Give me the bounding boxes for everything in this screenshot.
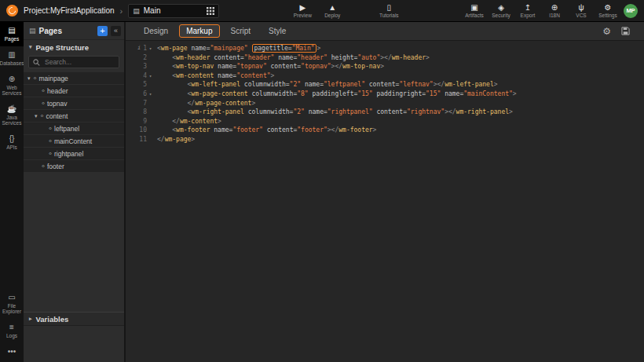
i18n-button[interactable]: ⊕I18N [544,3,565,18]
tab-style[interactable]: Style [262,24,293,38]
code-line-4[interactable]: 4▾ <wm-content name="content"> [126,71,644,81]
widget-icon: ‹› [34,75,36,82]
settings-button[interactable]: ⚙Settings [598,3,618,18]
page-selector[interactable]: ▤ Main [128,4,219,18]
fold-icon[interactable]: ▾ [147,44,154,53]
artifacts-button[interactable]: ▣Artifacts [464,3,485,18]
code-line-2[interactable]: 2 <wm-header content="header" name="head… [126,53,644,63]
tree-node-leftpanel[interactable]: ‹›leftpanel [24,122,124,134]
code-text: </wm-content> [154,117,221,126]
tree-node-label: topnav [47,100,68,108]
line-number: 3 [143,62,147,71]
editor-tab-bar: DesignMarkupScriptStyle ⚙ [126,22,644,41]
file-explorer-label: File Explorer [1,303,23,314]
search-icon [33,59,40,66]
settings-label: Settings [598,13,617,18]
gutter: 11 [126,135,154,144]
page-selector-value: Main [144,6,203,15]
top-bar: Project:MyFirstApplication › ▤ Main ▶Pre… [0,0,644,22]
fold-icon[interactable]: ▾ [147,90,154,99]
line-number: 7 [143,99,147,108]
variables-title: Variables [36,315,69,324]
i18n-icon: ⊕ [551,3,558,12]
chevron-down-icon: ▾ [29,44,32,50]
user-avatar[interactable]: MP [624,4,638,18]
gutter: 8 [126,108,154,117]
tab-script[interactable]: Script [224,24,258,38]
chevron-down-icon[interactable]: ▾ [35,113,38,119]
gutter: 7 [126,99,154,108]
code-line-6[interactable]: 6▾ <wm-page-content columnwidth="8" padd… [126,90,644,99]
page-structure-section-header[interactable]: ▾ Page Structure [24,40,124,54]
search-input[interactable] [43,57,115,67]
rail-item-java-services[interactable]: ☕Java Services [0,101,24,130]
tree-node-label: mainpage [39,75,68,82]
variables-section-header[interactable]: ▸ Variables [24,312,124,326]
code-line-10[interactable]: 10 <wm-footer name="footer" content="foo… [126,126,644,135]
tree-node-content[interactable]: ▾‹›content [24,110,124,122]
widget-icon: ‹› [42,87,44,94]
code-text: <wm-page name="mainpage" pagetitle="Main… [154,44,320,53]
tree-node-mainpage[interactable]: ▾‹›mainpage [24,72,124,84]
collapse-panel-button[interactable]: « [111,26,121,36]
tree-node-header[interactable]: ‹›header [24,85,124,97]
tree-node-mainContent[interactable]: ‹›mainContent [24,135,124,147]
rail-item-logs[interactable]: ≡Logs [0,319,24,343]
info-icon: i [137,44,141,53]
rail-item-apis[interactable]: {}APIs [0,130,24,155]
deploy-icon: ▲ [328,3,336,12]
code-line-11[interactable]: 11</wm-page> [126,135,644,144]
breadcrumb-separator-icon: › [120,6,123,16]
code-line-8[interactable]: 8 <wm-right-panel columnwidth="2" name="… [126,108,644,117]
tree-node-rightpanel[interactable]: ‹›rightpanel [24,148,124,159]
rail-item-databases[interactable]: ▥Databases [0,46,24,71]
vcs-button[interactable]: ψVCS [571,3,591,18]
i18n-label: I18N [549,13,560,18]
rail-item-more[interactable]: ••• [0,343,24,362]
gutter: 3 [126,62,154,71]
code-line-3[interactable]: 3 <wm-top-nav name="topnav" content="top… [126,62,644,71]
code-text: <wm-left-panel columnwidth="2" name="lef… [154,80,498,90]
section-title: Page Structure [36,43,90,52]
rail-item-file-explorer[interactable]: ▭File Explorer [0,289,24,319]
code-text: <wm-page-content columnwidth="8" padding… [154,90,517,99]
tree-node-topnav[interactable]: ‹›topnav [24,97,124,109]
code-text: </wm-page> [154,135,195,144]
code-text: <wm-top-nav name="topnav" content="topna… [154,62,384,71]
code-text: <wm-content name="content"> [154,71,274,81]
pages-panel: ▤ Pages + « ▾ Page Structure ▾‹›mainpage… [24,22,126,362]
databases-icon: ▥ [8,50,15,59]
rail-item-pages[interactable]: ▤Pages [0,22,24,46]
line-number: 2 [143,53,147,63]
page-icon: ▤ [133,7,140,15]
markup-settings-gear-icon[interactable]: ⚙ [599,26,614,37]
code-line-9[interactable]: 9 </wm-content> [126,117,644,126]
rail-item-web-services[interactable]: ⊕Web Services [0,71,24,101]
deploy-button[interactable]: ▲Deploy [322,3,342,18]
fold-icon[interactable]: ▾ [147,71,154,81]
editor-tabs: DesignMarkupScriptStyle [137,24,293,38]
tutorials-button[interactable]: ▯Tutorials [379,3,399,18]
panel-title: Pages [39,27,94,35]
export-button[interactable]: ↥Export [518,3,538,18]
markup-code-editor[interactable]: i1▾<wm-page name="mainpage" pagetitle="M… [126,41,644,144]
tab-design[interactable]: Design [137,24,175,38]
code-line-7[interactable]: 7 </wm-page-content> [126,99,644,108]
file-explorer-icon: ▭ [8,293,15,302]
apis-icon: {} [9,134,15,143]
gutter: i1▾ [126,44,154,53]
code-line-5[interactable]: 5 <wm-left-panel columnwidth="2" name="l… [126,80,644,90]
artifacts-label: Artifacts [465,13,483,18]
save-icon[interactable] [618,27,633,35]
vcs-label: VCS [576,13,586,18]
security-button[interactable]: ◈Security [491,3,511,18]
preview-button[interactable]: ▶Preview [292,3,313,18]
tree-node-footer[interactable]: ‹›footer [24,160,124,172]
apps-grid-icon[interactable] [207,7,214,15]
tab-markup[interactable]: Markup [179,24,219,38]
chevron-down-icon[interactable]: ▾ [27,75,31,82]
code-lines: i1▾<wm-page name="mainpage" pagetitle="M… [126,44,644,144]
tree-node-label: header [47,87,68,95]
add-page-button[interactable]: + [97,26,108,36]
code-line-1[interactable]: i1▾<wm-page name="mainpage" pagetitle="M… [126,44,644,53]
